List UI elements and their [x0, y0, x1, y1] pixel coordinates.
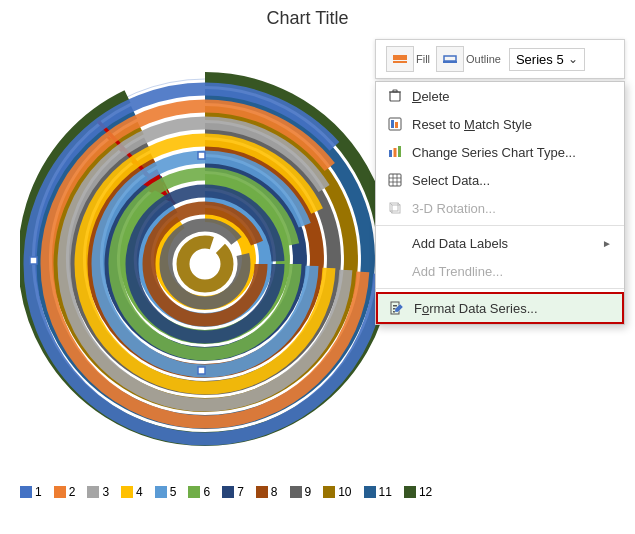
- legend-label: 6: [203, 485, 210, 499]
- legend-item: 9: [290, 485, 312, 499]
- series-label: Series 5: [516, 52, 564, 67]
- legend-label: 7: [237, 485, 244, 499]
- outline-label: Outline: [466, 53, 501, 65]
- reset-label: Reset to Match Style: [412, 117, 612, 132]
- svg-rect-45: [393, 305, 397, 307]
- context-menu: Delete Reset to Match Style: [375, 81, 625, 325]
- change-chart-type-label: Change Series Chart Type...: [412, 145, 612, 160]
- svg-rect-19: [393, 55, 407, 60]
- fill-button[interactable]: [386, 46, 414, 72]
- menu-item-add-labels[interactable]: Add Data Labels ►: [376, 229, 624, 257]
- format-series-label: Format Data Series...: [414, 301, 610, 316]
- legend-color-swatch: [323, 486, 335, 498]
- legend-item: 1: [20, 485, 42, 499]
- chevron-down-icon: ⌄: [568, 52, 578, 66]
- svg-point-7: [64, 123, 346, 405]
- legend-label: 11: [379, 485, 392, 499]
- format-toolbar: Fill Outline Series 5 ⌄: [375, 39, 625, 79]
- donut-chart: [20, 49, 390, 482]
- svg-rect-22: [443, 61, 457, 63]
- chart-area: Fill Outline Series 5 ⌄: [0, 29, 635, 509]
- outline-button[interactable]: [436, 46, 464, 72]
- trendline-label: Add Trendline...: [412, 264, 612, 279]
- svg-rect-20: [393, 61, 407, 63]
- fill-label: Fill: [416, 53, 430, 65]
- select-data-label: Select Data...: [412, 173, 612, 188]
- fill-outline-icons: Fill Outline: [386, 46, 501, 72]
- legend-color-swatch: [364, 486, 376, 498]
- svg-point-10: [115, 174, 295, 354]
- legend-color-swatch: [188, 486, 200, 498]
- chart-legend: 123456789101112: [20, 485, 432, 499]
- legend-item: 6: [188, 485, 210, 499]
- legend-label: 2: [69, 485, 76, 499]
- add-labels-label: Add Data Labels: [412, 236, 594, 251]
- legend-item: 8: [256, 485, 278, 499]
- menu-item-3d-rotation: 3-D Rotation...: [376, 194, 624, 222]
- legend-label: 3: [102, 485, 109, 499]
- legend-item: 4: [121, 485, 143, 499]
- separator-2: [376, 288, 624, 289]
- legend-item: 11: [364, 485, 392, 499]
- svg-rect-32: [394, 148, 397, 157]
- chart-title: Chart Title: [0, 0, 635, 29]
- legend-color-swatch: [404, 486, 416, 498]
- select-data-icon: [386, 171, 404, 189]
- separator-1: [376, 225, 624, 226]
- legend-item: 5: [155, 485, 177, 499]
- svg-rect-23: [390, 92, 400, 101]
- svg-rect-29: [391, 120, 394, 128]
- svg-rect-18: [30, 257, 37, 264]
- menu-item-format-series[interactable]: Format Data Series...: [376, 292, 624, 324]
- change-chart-type-icon: [386, 143, 404, 161]
- legend-label: 4: [136, 485, 143, 499]
- legend-label: 12: [419, 485, 432, 499]
- legend-color-swatch: [256, 486, 268, 498]
- menu-item-reset[interactable]: Reset to Match Style: [376, 110, 624, 138]
- add-labels-icon: [386, 234, 404, 252]
- svg-point-14: [183, 242, 227, 286]
- legend-color-swatch: [54, 486, 66, 498]
- svg-rect-30: [395, 122, 398, 128]
- legend-color-swatch: [121, 486, 133, 498]
- legend-label: 1: [35, 485, 42, 499]
- trendline-icon: [386, 262, 404, 280]
- svg-rect-34: [389, 174, 401, 186]
- menu-item-select-data[interactable]: Select Data...: [376, 166, 624, 194]
- delete-label: Delete: [412, 89, 612, 104]
- format-series-icon: [388, 299, 406, 317]
- svg-rect-33: [398, 146, 401, 157]
- menu-item-change-chart-type[interactable]: Change Series Chart Type...: [376, 138, 624, 166]
- legend-item: 2: [54, 485, 76, 499]
- legend-item: 7: [222, 485, 244, 499]
- series-dropdown[interactable]: Series 5 ⌄: [509, 48, 585, 71]
- menu-item-add-trendline: Add Trendline...: [376, 257, 624, 285]
- svg-rect-47: [393, 311, 395, 313]
- legend-color-swatch: [20, 486, 32, 498]
- context-menu-area: Fill Outline Series 5 ⌄: [375, 39, 625, 325]
- legend-label: 8: [271, 485, 278, 499]
- svg-rect-40: [392, 205, 400, 213]
- legend-label: 9: [305, 485, 312, 499]
- svg-rect-21: [444, 56, 456, 61]
- reset-icon: [386, 115, 404, 133]
- legend-item: 12: [404, 485, 432, 499]
- legend-label: 10: [338, 485, 351, 499]
- legend-item: 3: [87, 485, 109, 499]
- legend-color-swatch: [87, 486, 99, 498]
- legend-color-swatch: [155, 486, 167, 498]
- 3d-rotation-icon: [386, 199, 404, 217]
- legend-item: 10: [323, 485, 351, 499]
- menu-item-delete[interactable]: Delete: [376, 82, 624, 110]
- legend-color-swatch: [222, 486, 234, 498]
- 3d-rotation-label: 3-D Rotation...: [412, 201, 612, 216]
- delete-icon: [386, 87, 404, 105]
- svg-rect-31: [389, 150, 392, 157]
- legend-color-swatch: [290, 486, 302, 498]
- submenu-arrow-icon: ►: [602, 238, 612, 249]
- svg-rect-15: [198, 152, 205, 159]
- legend-label: 5: [170, 485, 177, 499]
- svg-rect-17: [198, 367, 205, 374]
